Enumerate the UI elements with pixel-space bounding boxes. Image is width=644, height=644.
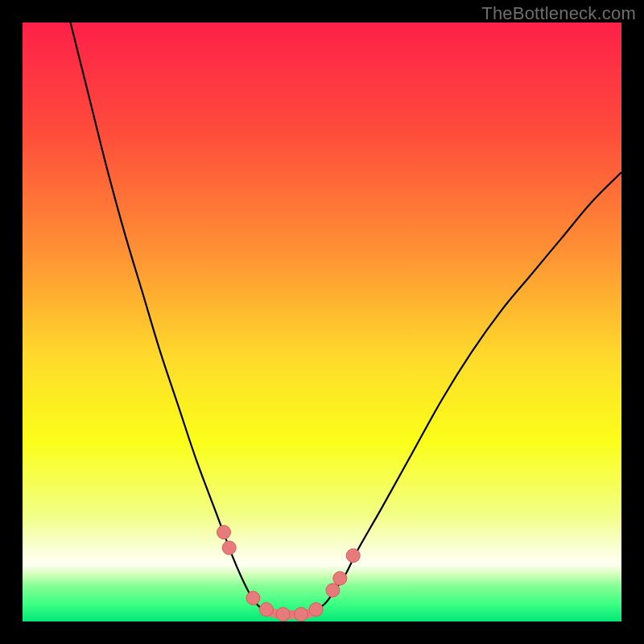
dot-left-lower <box>222 541 236 555</box>
dot-valley-4 <box>294 608 308 621</box>
chart-svg <box>23 23 621 621</box>
chart-frame: TheBottleneck.com <box>0 0 644 644</box>
dot-right-lower <box>326 584 340 597</box>
dot-valley-2 <box>259 603 273 617</box>
dot-left-upper <box>217 526 230 539</box>
dot-valley-5 <box>309 603 323 617</box>
dot-right-mid <box>333 572 347 585</box>
dot-valley-1 <box>246 591 260 605</box>
dot-right-upper <box>346 549 360 563</box>
watermark-text: TheBottleneck.com <box>481 3 636 24</box>
plot-area <box>23 23 621 621</box>
gradient-background <box>23 23 621 621</box>
dot-valley-3 <box>276 608 290 621</box>
